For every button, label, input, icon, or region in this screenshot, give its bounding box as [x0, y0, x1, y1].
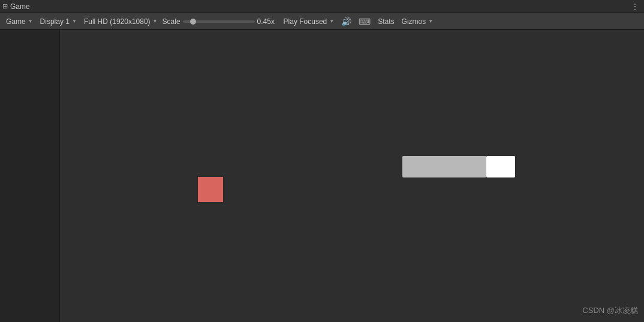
red-square-object — [198, 177, 223, 202]
scale-label: Scale — [162, 17, 180, 26]
stats-button[interactable]: Stats — [375, 16, 396, 27]
tab-menu-button[interactable]: ⋮ — [628, 2, 642, 11]
audio-button[interactable]: 🔊 — [339, 16, 354, 28]
resolution-dropdown-label: Full HD (1920x1080) — [84, 17, 151, 26]
keyboard-button[interactable]: ⌨ — [356, 16, 373, 28]
game-dropdown[interactable]: Game ▼ — [4, 16, 35, 27]
game-tab-label[interactable]: Game — [10, 2, 30, 11]
game-dropdown-arrow: ▼ — [28, 19, 33, 24]
game-dropdown-label: Game — [6, 17, 26, 26]
scale-section: Scale 0.45x — [162, 17, 279, 26]
game-viewport[interactable]: CSDN @冰凌糕 — [0, 30, 644, 322]
gizmos-dropdown-arrow: ▼ — [428, 19, 433, 24]
scale-value: 0.45x — [257, 17, 279, 26]
scale-slider[interactable] — [183, 20, 255, 23]
resolution-dropdown[interactable]: Full HD (1920x1080) ▼ — [82, 16, 160, 27]
resolution-dropdown-arrow: ▼ — [153, 19, 158, 24]
left-panel — [0, 30, 60, 322]
display-dropdown[interactable]: Display 1 ▼ — [38, 16, 79, 27]
play-focused-label: Play Focused — [284, 17, 327, 26]
game-canvas: CSDN @冰凌糕 — [60, 30, 644, 322]
slider-widget[interactable] — [402, 156, 515, 177]
play-focused-dropdown-arrow: ▼ — [329, 19, 334, 24]
keyboard-icon: ⌨ — [359, 17, 371, 26]
watermark: CSDN @冰凌糕 — [582, 305, 638, 316]
slider-track — [402, 156, 486, 177]
tab-bar: ⊞ Game ⋮ — [0, 0, 644, 13]
display-dropdown-arrow: ▼ — [72, 19, 77, 24]
display-dropdown-label: Display 1 — [40, 17, 70, 26]
gizmos-dropdown[interactable]: Gizmos ▼ — [399, 16, 436, 27]
audio-icon: 🔊 — [341, 17, 351, 26]
game-tab-icon: ⊞ — [2, 2, 8, 10]
play-focused-dropdown[interactable]: Play Focused ▼ — [281, 16, 337, 27]
gizmos-label: Gizmos — [402, 17, 426, 26]
scale-slider-thumb — [190, 19, 196, 25]
watermark-text: CSDN @冰凌糕 — [582, 306, 638, 315]
toolbar: Game ▼ Display 1 ▼ Full HD (1920x1080) ▼… — [0, 13, 644, 30]
slider-handle[interactable] — [486, 156, 515, 177]
